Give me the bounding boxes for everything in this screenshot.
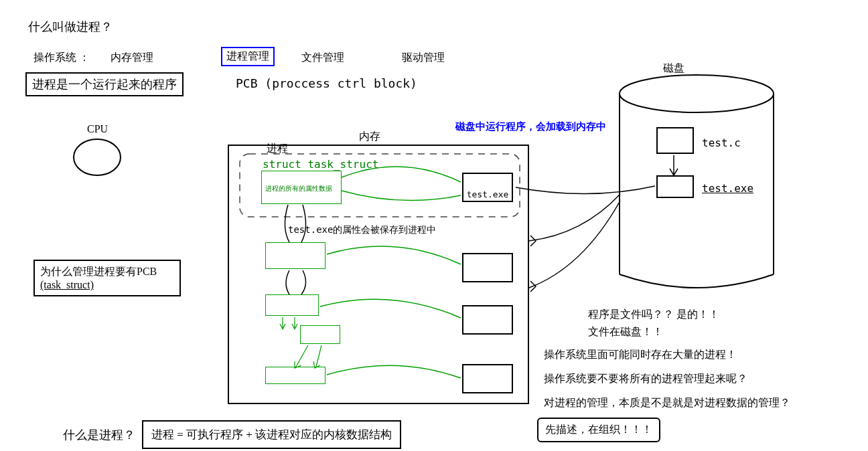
- disk-run-note: 磁盘中运行程序，会加载到内存中: [455, 120, 606, 133]
- disk-file-c-label: test.c: [702, 137, 741, 149]
- disk-file-exe-box: [656, 175, 694, 198]
- note-1: 程序是文件吗？？ 是的！！: [588, 308, 719, 322]
- disk-file-exe-label: test.exe: [702, 182, 753, 195]
- testexe-box-1: test.exe: [462, 173, 513, 202]
- green-box-2: [265, 242, 326, 269]
- os-driver: 驱动管理: [402, 51, 445, 65]
- os-memory: 内存管理: [111, 51, 153, 65]
- os-label: 操作系统 ：: [33, 51, 90, 65]
- bottom-definition-box: 进程 = 可执行程序 + 该进程对应的内核数据结构: [142, 420, 401, 449]
- green-box-4: [300, 325, 340, 344]
- struct-inner-text: 进程的所有的属性数据: [265, 184, 332, 193]
- mem-block-3: [462, 305, 513, 335]
- note-3: 操作系统里面可能同时存在大量的进程！: [544, 348, 737, 362]
- mem-block-4: [462, 364, 513, 393]
- struct-label: struct task_struct: [263, 158, 378, 171]
- why-pcb-box: 为什么管理进程要有PCB (task_struct): [33, 260, 181, 296]
- note-4: 操作系统要不要将所有的进程管理起来呢？: [544, 372, 747, 386]
- why-pcb-line1: 为什么管理进程要有PCB: [40, 265, 174, 279]
- process-definition-box: 进程是一个运行起来的程序: [25, 72, 184, 96]
- mem-block-2: [462, 253, 513, 282]
- disk-file-c-box: [656, 127, 694, 154]
- title-question: 什么叫做进程？: [28, 19, 113, 35]
- os-file: 文件管理: [301, 51, 344, 65]
- note-5: 对进程的管理，本质是不是就是对进程数据的管理？: [544, 396, 790, 410]
- cpu-label: CPU: [87, 123, 108, 135]
- green-box-5: [265, 367, 326, 384]
- svg-point-2: [620, 75, 774, 112]
- attribute-note: test.exe的属性会被保存到进程中: [288, 224, 436, 236]
- cpu-circle-icon: [70, 137, 124, 177]
- svg-point-0: [74, 139, 121, 175]
- why-pcb-line2: (task_struct): [40, 279, 174, 291]
- os-process-highlight: 进程管理: [221, 47, 275, 66]
- describe-organize-box: 先描述，在组织！！！: [537, 418, 660, 442]
- bottom-question: 什么是进程？: [63, 427, 135, 443]
- note-2: 文件在磁盘！！: [588, 325, 663, 339]
- memory-label: 内存: [359, 130, 380, 144]
- green-box-3: [265, 294, 319, 316]
- pcb-label: PCB (proccess ctrl block): [236, 76, 417, 90]
